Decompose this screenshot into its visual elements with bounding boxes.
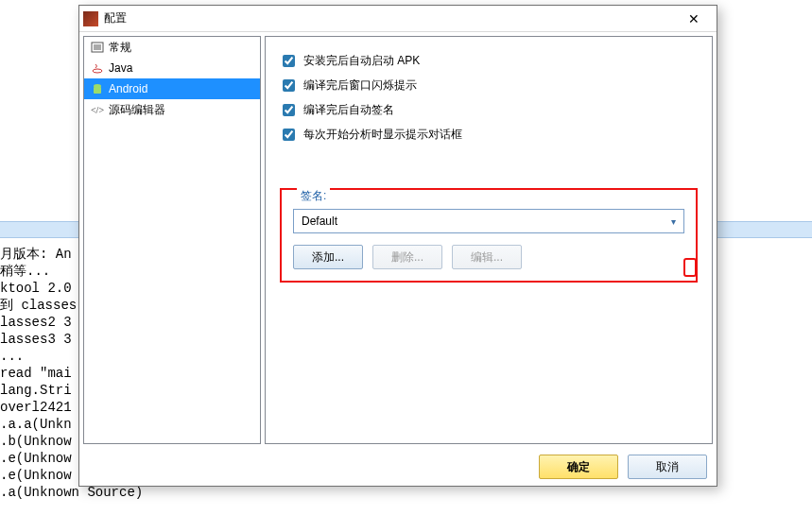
add-button[interactable]: 添加... bbox=[293, 245, 363, 269]
signature-group: 签名: Default ▾ 添加... 删除... 编辑... bbox=[280, 188, 698, 283]
chk-label: 编译完后自动签名 bbox=[303, 102, 394, 118]
svg-point-6 bbox=[94, 84, 101, 88]
java-icon bbox=[90, 60, 105, 76]
tree-item-label: 常规 bbox=[109, 40, 131, 56]
chk-flash-after-compile[interactable] bbox=[283, 79, 295, 92]
close-button[interactable]: ✕ bbox=[675, 7, 713, 31]
dialog-footer: 确定 取消 bbox=[79, 448, 717, 486]
dialog-title: 配置 bbox=[104, 10, 675, 26]
code-editor-icon: </> bbox=[90, 102, 105, 117]
tree-item-general[interactable]: 常规 bbox=[84, 37, 260, 58]
delete-button[interactable]: 删除... bbox=[372, 245, 442, 269]
android-icon bbox=[90, 81, 105, 96]
general-icon bbox=[90, 40, 105, 55]
combo-value: Default bbox=[302, 215, 337, 228]
config-dialog: 配置 ✕ 常规 Java Android bbox=[78, 5, 717, 487]
app-icon bbox=[83, 11, 98, 26]
chk-label: 编译完后窗口闪烁提示 bbox=[303, 77, 417, 94]
category-tree[interactable]: 常规 Java Android </> 源码编辑器 bbox=[83, 36, 261, 444]
chk-auto-sign[interactable] bbox=[283, 104, 295, 116]
svg-rect-5 bbox=[94, 87, 101, 94]
cancel-button[interactable]: 取消 bbox=[628, 455, 707, 479]
signature-legend: 签名: bbox=[297, 188, 330, 204]
svg-point-4 bbox=[93, 69, 102, 73]
tree-item-label: 源码编辑器 bbox=[109, 102, 165, 118]
chevron-down-icon: ▾ bbox=[671, 216, 676, 227]
chk-label: 每次开始分析时显示提示对话框 bbox=[303, 127, 462, 143]
signature-combo[interactable]: Default ▾ bbox=[293, 209, 684, 233]
chk-show-hint-dialog[interactable] bbox=[283, 129, 295, 141]
chk-auto-start-apk[interactable] bbox=[283, 55, 295, 67]
tree-item-label: Android bbox=[109, 82, 147, 95]
tree-item-android[interactable]: Android bbox=[84, 78, 260, 99]
tree-item-java[interactable]: Java bbox=[84, 58, 260, 78]
tree-item-editor[interactable]: </> 源码编辑器 bbox=[84, 99, 260, 120]
chk-label: 安装完后自动启动 APK bbox=[303, 53, 420, 69]
titlebar: 配置 ✕ bbox=[79, 6, 717, 32]
edit-button[interactable]: 编辑... bbox=[452, 245, 522, 269]
settings-panel: 安装完后自动启动 APK 编译完后窗口闪烁提示 编译完后自动签名 每次开始分析时… bbox=[265, 36, 713, 444]
annotation-small-box bbox=[683, 258, 697, 277]
tree-item-label: Java bbox=[109, 61, 132, 75]
ok-button[interactable]: 确定 bbox=[539, 455, 618, 479]
